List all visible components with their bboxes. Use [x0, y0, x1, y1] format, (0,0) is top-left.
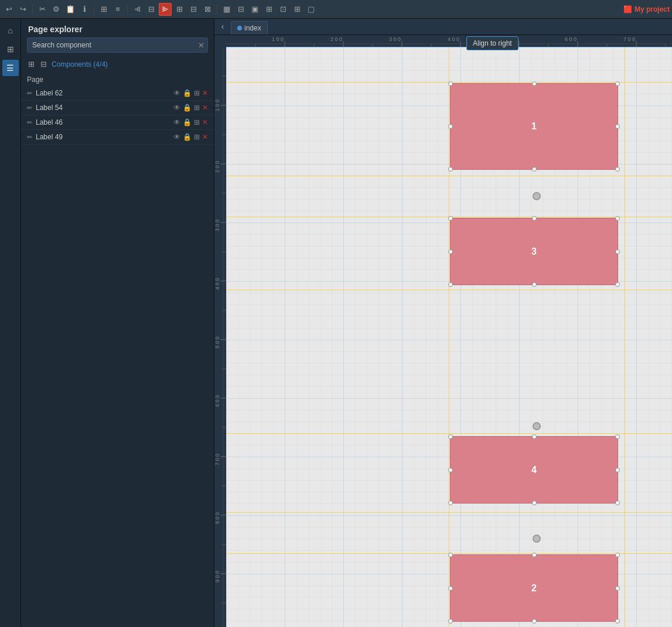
handle-2-bm[interactable]	[532, 619, 537, 623]
copy-btn-62[interactable]: ⊞	[194, 89, 200, 97]
circle-anchor-1	[533, 192, 541, 200]
project-name: 🟥 My project	[623, 5, 670, 13]
tb-btn-3[interactable]: 📋	[64, 3, 77, 16]
tb-btn-8[interactable]: ⊟	[187, 3, 200, 16]
icon-bar: ⌂ ⊞ ☰	[0, 19, 21, 627]
comp-block-2[interactable]: 2	[450, 554, 618, 622]
redo-button[interactable]: ↪	[16, 3, 29, 16]
tab-index[interactable]: index	[231, 21, 268, 35]
handle-4-bm[interactable]	[532, 501, 537, 505]
handle-2-mr[interactable]	[615, 586, 620, 591]
search-clear-button[interactable]: ✕	[198, 41, 204, 50]
align-right-button[interactable]: ⫸	[159, 3, 172, 16]
handle-2-tr[interactable]	[615, 553, 620, 557]
delete-btn-49[interactable]: ✕	[202, 133, 208, 141]
handle-4-tl[interactable]	[448, 434, 453, 439]
lock-btn-54[interactable]: 🔒	[183, 104, 192, 112]
delete-btn-46[interactable]: ✕	[202, 118, 208, 126]
canvas-content[interactable]: 1 3	[226, 47, 672, 627]
handle-1-tm[interactable]	[532, 81, 537, 86]
sep4	[217, 4, 217, 15]
copy-btn-46[interactable]: ⊞	[194, 118, 200, 126]
tb-btn-4[interactable]: ℹ	[78, 3, 91, 16]
guide-h-6	[226, 512, 672, 513]
guide-h-2	[226, 176, 672, 176]
delete-btn-54[interactable]: ✕	[202, 104, 208, 112]
visibility-btn-46[interactable]: 👁	[173, 118, 180, 126]
svg-text:2 0 0: 2 0 0	[214, 161, 220, 173]
handle-1-ml[interactable]	[448, 124, 453, 129]
tab-toggle-button[interactable]: ‹	[214, 19, 231, 35]
handle-3-bl[interactable]	[448, 282, 453, 287]
comp-item-54[interactable]: ✏ Label 54 👁 🔒 ⊞ ✕	[21, 101, 214, 115]
tb-btn-14[interactable]: ⊡	[277, 3, 289, 16]
handle-2-tl[interactable]	[448, 553, 453, 557]
tb-btn-7[interactable]: ⊞	[173, 3, 186, 16]
comp-block-1[interactable]: 1	[450, 83, 618, 170]
handle-1-tr[interactable]	[615, 81, 620, 86]
delete-btn-62[interactable]: ✕	[202, 89, 208, 97]
comp-item-49[interactable]: ✏ Label 49 👁 🔒 ⊞ ✕	[21, 130, 214, 145]
tb-btn-10[interactable]: ▦	[220, 3, 233, 16]
tb-btn-15[interactable]: ⊞	[291, 3, 303, 16]
handle-2-tm[interactable]	[532, 553, 537, 557]
handle-4-tr[interactable]	[615, 434, 620, 439]
handle-4-br[interactable]	[615, 501, 620, 505]
handle-1-mr[interactable]	[615, 124, 620, 129]
lock-btn-49[interactable]: 🔒	[183, 133, 192, 141]
collapse-all-button[interactable]: ⊟	[39, 59, 48, 70]
align-left-button[interactable]: ⫷	[131, 3, 144, 16]
handle-1-tl[interactable]	[448, 81, 453, 86]
tb-btn-12[interactable]: ▣	[248, 3, 261, 16]
tb-btn-9[interactable]: ⊠	[201, 3, 214, 16]
visibility-btn-62[interactable]: 👁	[173, 89, 180, 97]
handle-1-bm[interactable]	[532, 167, 537, 172]
component-list: ✏ Label 62 👁 🔒 ⊞ ✕ ✏ Label 54 👁 🔒 ⊞ ✕	[21, 86, 214, 145]
handle-3-tr[interactable]	[615, 216, 620, 221]
comp-item-62[interactable]: ✏ Label 62 👁 🔒 ⊞ ✕	[21, 86, 214, 101]
handle-1-bl[interactable]	[448, 167, 453, 172]
copy-btn-49[interactable]: ⊞	[194, 133, 200, 141]
visibility-btn-49[interactable]: 👁	[173, 133, 180, 141]
handle-4-bl[interactable]	[448, 501, 453, 505]
handle-2-bl[interactable]	[448, 619, 453, 623]
tb-btn-16[interactable]: ▢	[305, 3, 318, 16]
visibility-btn-54[interactable]: 👁	[173, 104, 180, 112]
handle-4-tm[interactable]	[532, 434, 537, 439]
search-input[interactable]	[27, 37, 208, 53]
tb-btn-5[interactable]: ⊞	[97, 3, 110, 16]
icon-bar-home[interactable]: ⌂	[2, 22, 19, 39]
comp-block-4[interactable]: 4	[450, 436, 618, 503]
icon-bar-layers[interactable]: ☰	[2, 60, 19, 76]
tb-btn-1[interactable]: ✂	[36, 3, 49, 16]
handle-4-mr[interactable]	[615, 468, 620, 472]
align-center-button[interactable]: ⊟	[145, 3, 158, 16]
handle-1-br[interactable]	[615, 167, 620, 172]
undo-button[interactable]: ↩	[2, 3, 15, 16]
component-bar: ⊞ ⊟ Components (4/4)	[21, 57, 214, 73]
handle-3-ml[interactable]	[448, 249, 453, 254]
tb-btn-2[interactable]: ⚙	[50, 3, 63, 16]
copy-btn-54[interactable]: ⊞	[194, 104, 200, 112]
expand-all-button[interactable]: ⊞	[27, 59, 36, 70]
tb-btn-13[interactable]: ⊞	[262, 3, 275, 16]
comp-item-46[interactable]: ✏ Label 46 👁 🔒 ⊞ ✕	[21, 115, 214, 130]
sidebar-title: Page explorer	[21, 19, 214, 37]
handle-2-br[interactable]	[615, 619, 620, 623]
lock-btn-62[interactable]: 🔒	[183, 89, 192, 97]
tb-btn-11[interactable]: ⊟	[234, 3, 247, 16]
lock-btn-46[interactable]: 🔒	[183, 118, 192, 126]
handle-3-bm[interactable]	[532, 282, 537, 287]
tooltip-align-right: Align to right	[466, 36, 519, 50]
comp-block-3[interactable]: 3	[450, 218, 618, 285]
handle-3-tl[interactable]	[448, 216, 453, 221]
handle-3-br[interactable]	[615, 282, 620, 287]
svg-text:4 0 0: 4 0 0	[448, 36, 459, 42]
ruler-horizontal: // Drawn via inline SVG text 1 0 0 2 0 0…	[226, 35, 672, 47]
icon-bar-grid[interactable]: ⊞	[2, 41, 19, 57]
handle-2-ml[interactable]	[448, 586, 453, 591]
handle-3-tm[interactable]	[532, 216, 537, 221]
handle-4-ml[interactable]	[448, 468, 453, 472]
tb-btn-6[interactable]: ≡	[111, 3, 124, 16]
handle-3-mr[interactable]	[615, 249, 620, 254]
